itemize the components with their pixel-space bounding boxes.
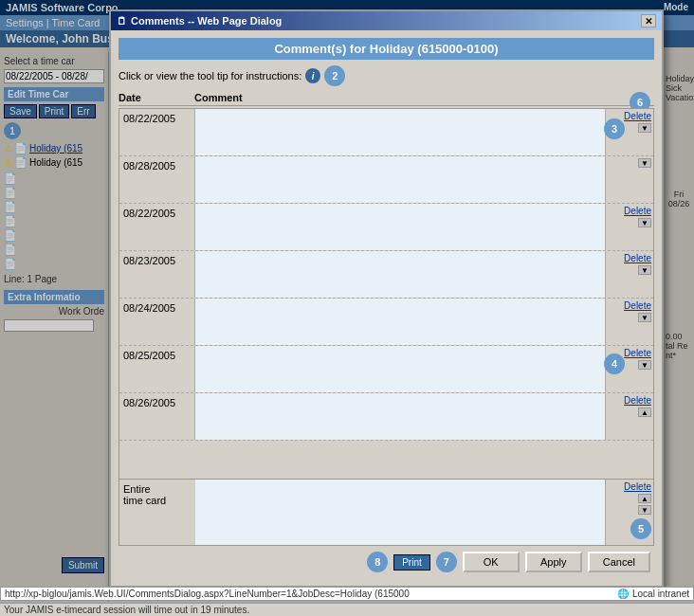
entire-scroll-down[interactable]: ▼ [638, 505, 651, 515]
cancel-button[interactable]: Cancel [588, 552, 650, 572]
table-row: 08/22/2005 Delete ▼ [119, 204, 653, 251]
modal-content: Comment(s) for Holiday (615000-0100) Cli… [111, 30, 662, 584]
modal-titlebar: 🗒 Comments -- Web Page Dialog ✕ [111, 11, 662, 30]
scroll-down-6[interactable]: ▼ [638, 360, 651, 370]
actions-2: ▼ [606, 156, 653, 203]
date-1: 08/22/2005 [119, 109, 195, 155]
delete-link-3[interactable]: Delete [624, 206, 651, 216]
url-text: http://xp-biglou/jamis.Web.UI/CommentsDi… [5, 589, 410, 599]
comment-textarea-5[interactable] [195, 299, 606, 345]
tooltip-label: Click or view the tool tip for instructi… [119, 70, 301, 82]
table-row: 08/25/2005 Delete ▼ [119, 346, 653, 393]
badge-2: 2 [324, 65, 345, 86]
badge-3-container: 3 [604, 118, 625, 139]
comment-textarea-3[interactable] [195, 204, 606, 250]
badge-5: 5 [630, 518, 651, 539]
table-row: 08/22/2005 Delete ▼ [119, 109, 653, 156]
zone-label: Local intranet [632, 589, 689, 599]
badge-7: 7 [436, 552, 457, 572]
delete-link-4[interactable]: Delete [624, 253, 651, 263]
modal-overlay: 🗒 Comments -- Web Page Dialog ✕ Comment(… [0, 0, 694, 616]
date-6: 08/25/2005 [119, 346, 195, 392]
print-small-button[interactable]: Print [393, 554, 430, 571]
titlebar-left: 🗒 Comments -- Web Page Dialog [117, 15, 282, 27]
entire-time-card-row: Entire time card Delete ▲ ▼ 5 [119, 480, 654, 546]
badge-8: 8 [367, 552, 388, 572]
delete-link-1[interactable]: Delete [624, 111, 651, 121]
comment-textarea-6[interactable] [195, 346, 606, 392]
modal-window: 🗒 Comments -- Web Page Dialog ✕ Comment(… [109, 9, 664, 588]
actions-7: Delete ▲ [606, 393, 653, 440]
scroll-down-2[interactable]: ▼ [638, 158, 651, 168]
table-row: 08/28/2005 ▼ [119, 156, 653, 204]
titlebar-icon: 🗒 [117, 15, 127, 27]
scroll-down-3[interactable]: ▼ [638, 218, 651, 227]
comment-textarea-7[interactable] [195, 393, 606, 440]
info-icon[interactable]: i [305, 68, 320, 83]
scroll-up-7[interactable]: ▲ [638, 408, 651, 417]
comment-textarea-1[interactable] [195, 109, 606, 155]
entire-actions: Delete ▲ ▼ 5 [606, 480, 653, 545]
table-header: Date Comment 6 [119, 92, 654, 106]
status-bar: Your JAMIS e-timecard session will time … [0, 603, 694, 616]
date-7: 08/26/2005 [119, 393, 195, 440]
footer-actions: 8 Print 7 OK Apply Cancel [119, 546, 654, 576]
modal-title: Comments -- Web Page Dialog [131, 15, 282, 27]
actions-3: Delete ▼ [606, 204, 653, 250]
comment-rows-area[interactable]: 3 08/22/2005 Delete ▼ 08/28/2005 [119, 108, 654, 480]
entire-textarea[interactable] [195, 480, 606, 545]
date-4: 08/23/2005 [119, 251, 195, 298]
entire-label: Entire time card [119, 480, 195, 545]
url-bar: http://xp-biglou/jamis.Web.UI/CommentsDi… [0, 587, 694, 601]
date-3: 08/22/2005 [119, 204, 195, 250]
table-row: 08/24/2005 Delete ▼ [119, 299, 653, 346]
delete-link-5[interactable]: Delete [624, 300, 651, 311]
actions-4: Delete ▼ [606, 251, 653, 298]
ok-button[interactable]: OK [463, 552, 520, 572]
scroll-down-4[interactable]: ▼ [638, 265, 651, 275]
scroll-down-1[interactable]: ▼ [638, 123, 651, 133]
apply-button[interactable]: Apply [525, 552, 582, 572]
col-comment: Comment [194, 92, 607, 103]
entire-delete-link[interactable]: Delete [624, 481, 651, 492]
date-5: 08/24/2005 [119, 299, 195, 345]
modal-close-button[interactable]: ✕ [641, 14, 656, 27]
comment-textarea-2[interactable] [195, 156, 606, 203]
badge-4-container: 4 [604, 353, 625, 374]
scroll-down-5[interactable]: ▼ [638, 313, 651, 322]
modal-heading: Comment(s) for Holiday (615000-0100) [119, 38, 654, 60]
entire-scroll-up[interactable]: ▲ [638, 494, 651, 503]
table-row: 08/26/2005 Delete ▲ [119, 393, 653, 441]
delete-link-7[interactable]: Delete [624, 395, 651, 406]
zone-icon: 🌐 [617, 589, 629, 599]
col-date: Date [119, 92, 194, 103]
delete-link-6[interactable]: Delete [624, 348, 651, 358]
timeout-message: Your JAMIS e-timecard session will time … [4, 605, 249, 615]
table-row: 08/23/2005 Delete ▼ [119, 251, 653, 299]
actions-5: Delete ▼ [606, 299, 653, 345]
date-2: 08/28/2005 [119, 156, 195, 203]
tooltip-row: Click or view the tool tip for instructi… [119, 65, 654, 86]
comment-textarea-4[interactable] [195, 251, 606, 298]
